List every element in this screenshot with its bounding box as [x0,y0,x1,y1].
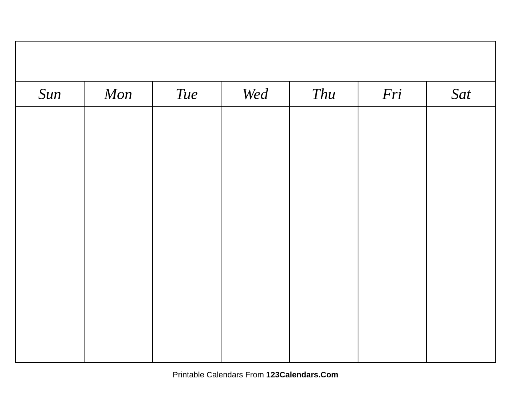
cell-5-3[interactable] [153,311,221,362]
cell-2-2[interactable] [84,158,153,209]
cell-2-1[interactable] [16,158,84,209]
footer: Printable Calendars From 123Calendars.Co… [173,370,338,380]
calendar-row-1 [16,107,495,158]
cell-5-2[interactable] [84,311,153,362]
cell-3-6[interactable] [358,209,427,260]
cell-5-1[interactable] [16,311,84,362]
cell-2-3[interactable] [153,158,221,209]
cell-4-6[interactable] [358,260,427,311]
day-header-thu: Thu [290,82,358,106]
cell-3-7[interactable] [427,209,495,260]
cell-2-5[interactable] [290,158,358,209]
day-header-fri: Fri [358,82,427,106]
calendar-body [16,107,495,362]
cell-4-4[interactable] [221,260,290,311]
footer-normal-text: Printable Calendars From [173,370,266,379]
cell-2-7[interactable] [427,158,495,209]
cell-5-7[interactable] [427,311,495,362]
page-wrapper: Sun Mon Tue Wed Thu Fri Sat [0,0,511,420]
cell-5-4[interactable] [221,311,290,362]
calendar-title-row [16,42,495,82]
cell-4-2[interactable] [84,260,153,311]
cell-5-6[interactable] [358,311,427,362]
cell-1-3[interactable] [153,107,221,158]
cell-3-4[interactable] [221,209,290,260]
cell-1-7[interactable] [427,107,495,158]
calendar-container: Sun Mon Tue Wed Thu Fri Sat [15,41,496,363]
cell-4-7[interactable] [427,260,495,311]
cell-1-6[interactable] [358,107,427,158]
calendar-row-4 [16,260,495,311]
cell-3-2[interactable] [84,209,153,260]
cell-5-5[interactable] [290,311,358,362]
day-header-tue: Tue [153,82,221,106]
day-header-mon: Mon [84,82,153,106]
cell-1-1[interactable] [16,107,84,158]
day-header-wed: Wed [221,82,290,106]
calendar-row-2 [16,158,495,209]
cell-2-6[interactable] [358,158,427,209]
cell-2-4[interactable] [221,158,290,209]
day-header-sat: Sat [427,82,495,106]
cell-1-2[interactable] [84,107,153,158]
cell-3-3[interactable] [153,209,221,260]
cell-1-4[interactable] [221,107,290,158]
cell-4-5[interactable] [290,260,358,311]
cell-4-1[interactable] [16,260,84,311]
calendar-header: Sun Mon Tue Wed Thu Fri Sat [16,82,495,107]
cell-3-1[interactable] [16,209,84,260]
footer-bold-text: 123Calendars.Com [266,370,338,379]
cell-1-5[interactable] [290,107,358,158]
day-header-sun: Sun [16,82,84,106]
calendar-row-3 [16,209,495,260]
calendar-row-5 [16,311,495,362]
cell-3-5[interactable] [290,209,358,260]
cell-4-3[interactable] [153,260,221,311]
